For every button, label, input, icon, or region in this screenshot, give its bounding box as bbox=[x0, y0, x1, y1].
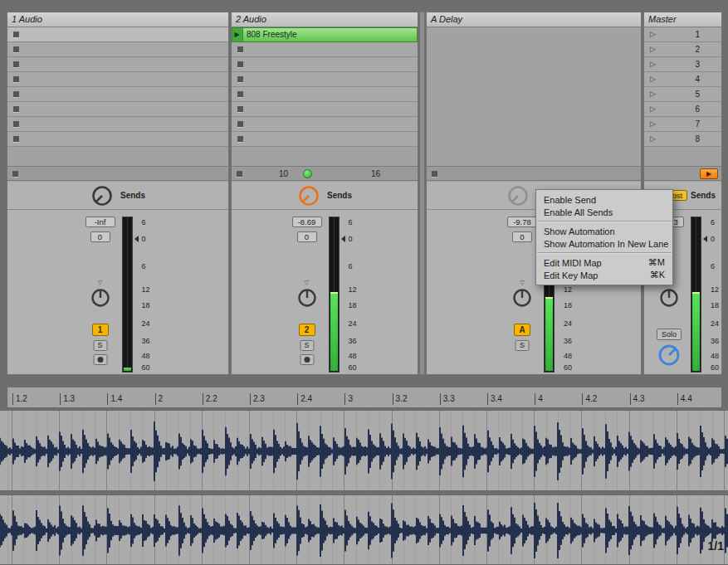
clip-stop-button[interactable] bbox=[13, 32, 19, 37]
clip-stop-button[interactable] bbox=[13, 91, 19, 97]
scene-launch-icon[interactable]: ▷ bbox=[650, 119, 656, 128]
menu-item-edit-midi-map[interactable]: Edit MIDI Map⌘M bbox=[536, 256, 672, 269]
track-1-header[interactable]: 1 Audio bbox=[7, 12, 228, 27]
scene-launch-icon[interactable]: ▷ bbox=[650, 105, 656, 113]
solo-button[interactable]: S bbox=[93, 340, 107, 351]
pan-knob[interactable] bbox=[90, 287, 111, 309]
timeline-label: 3.4 bbox=[487, 393, 502, 405]
timeline-label: 4 bbox=[535, 393, 543, 405]
pan-knob[interactable] bbox=[511, 287, 533, 309]
beat-time-ruler[interactable]: 1.21.31.422.22.32.433.23.33.444.24.34.4 bbox=[7, 387, 722, 408]
pan-field[interactable]: 0 bbox=[512, 231, 532, 242]
volume-field[interactable]: -8.69 bbox=[292, 217, 322, 227]
clip-slot[interactable] bbox=[7, 132, 228, 147]
clip-slot[interactable] bbox=[7, 102, 228, 117]
scene-row[interactable]: ▷3 bbox=[644, 57, 721, 72]
sends-label: Sends bbox=[327, 191, 352, 200]
send-a-knob-disabled[interactable] bbox=[506, 184, 530, 207]
track-2-header[interactable]: 2 Audio bbox=[232, 12, 418, 27]
clip-stop-button[interactable] bbox=[13, 61, 19, 67]
master-solo-cue-button[interactable]: Solo bbox=[657, 329, 682, 340]
preview-cue-volume-knob[interactable] bbox=[657, 343, 682, 368]
clip-stop-button[interactable] bbox=[13, 136, 19, 142]
clip-slot[interactable] bbox=[7, 87, 228, 102]
clip-slot[interactable] bbox=[7, 57, 228, 72]
clip-slot[interactable] bbox=[232, 132, 418, 147]
track-activator-button[interactable]: 1 bbox=[92, 324, 109, 336]
db-scale-label: 48 bbox=[564, 352, 572, 360]
menu-item-edit-key-map[interactable]: Edit Key Map⌘K bbox=[536, 269, 672, 281]
clip-stop-button[interactable] bbox=[237, 136, 243, 142]
back-to-arrangement-button[interactable]: ▶ bbox=[700, 168, 718, 179]
clip-stop-button[interactable] bbox=[13, 76, 19, 82]
clip-stop-button[interactable] bbox=[13, 121, 19, 127]
scene-launch-icon[interactable]: ▷ bbox=[650, 134, 656, 143]
scene-row[interactable]: ▷6 bbox=[644, 102, 721, 117]
pan-knob[interactable] bbox=[658, 287, 680, 309]
clip-slot[interactable] bbox=[7, 27, 228, 42]
waveform bbox=[0, 495, 728, 565]
menu-item-enable-all-sends[interactable]: Enable All Sends bbox=[536, 206, 672, 218]
volume-field[interactable]: -9.78 bbox=[507, 217, 537, 227]
return-track-header[interactable]: A Delay bbox=[427, 12, 641, 27]
pan-field[interactable]: 0 bbox=[90, 231, 110, 242]
meter-scale: 606121824364860 bbox=[343, 217, 361, 373]
clip-stop-button[interactable] bbox=[13, 106, 19, 112]
scene-launch-icon[interactable]: ▷ bbox=[650, 60, 656, 68]
send-a-knob-active[interactable] bbox=[297, 184, 320, 207]
pan-knob[interactable] bbox=[296, 287, 318, 309]
volume-field[interactable]: -Inf bbox=[86, 217, 115, 227]
arrangement-audio-lane-1[interactable] bbox=[0, 410, 728, 491]
clip-launch-icon[interactable]: ▶ bbox=[232, 27, 243, 41]
clip-slot[interactable] bbox=[232, 72, 418, 87]
clip-slot[interactable] bbox=[7, 72, 228, 87]
scene-row[interactable]: ▷2 bbox=[644, 42, 721, 57]
clip-slot[interactable] bbox=[232, 42, 418, 57]
clip-slot[interactable] bbox=[232, 102, 418, 117]
track-2-clip-slots: ▶808 Freestyle bbox=[232, 27, 418, 147]
scene-launch-icon[interactable]: ▷ bbox=[650, 75, 656, 83]
clip-stop-button[interactable] bbox=[237, 61, 243, 67]
clip-stop-button[interactable] bbox=[237, 121, 243, 127]
track-activator-button[interactable]: 2 bbox=[299, 324, 315, 336]
menu-item-enable-send[interactable]: Enable Send bbox=[536, 193, 672, 206]
track-stop-button[interactable] bbox=[12, 171, 18, 177]
clip-slot[interactable]: ▶808 Freestyle bbox=[232, 27, 418, 42]
clip-stop-button[interactable] bbox=[237, 46, 243, 52]
waveform bbox=[0, 411, 728, 492]
scene-launch-icon[interactable]: ▷ bbox=[650, 90, 656, 98]
arrangement-audio-lane-2[interactable] bbox=[0, 494, 728, 565]
scene-row[interactable]: ▷8 bbox=[644, 132, 721, 147]
scene-row[interactable]: ▷1 bbox=[644, 27, 721, 42]
db-scale-label: 36 bbox=[349, 337, 357, 345]
track-activator-button[interactable]: A bbox=[514, 324, 530, 336]
scene-row[interactable]: ▷5 bbox=[644, 87, 721, 102]
clip-stop-button[interactable] bbox=[237, 91, 243, 97]
master-track-header[interactable]: Master bbox=[644, 12, 721, 27]
scene-launch-icon[interactable]: ▷ bbox=[650, 30, 656, 38]
arm-button[interactable] bbox=[93, 354, 107, 365]
clip-slot[interactable] bbox=[232, 57, 418, 72]
clip-slot[interactable] bbox=[7, 42, 228, 57]
scene-row[interactable]: ▷7 bbox=[644, 117, 721, 132]
send-a-knob[interactable] bbox=[90, 184, 114, 207]
track-stop-button[interactable] bbox=[237, 171, 242, 177]
clip-stop-button[interactable] bbox=[13, 46, 19, 52]
db-scale-label: 48 bbox=[711, 352, 719, 360]
menu-item-show-automation-in-new-lane[interactable]: Show Automation In New Lane bbox=[536, 237, 672, 250]
menu-item-show-automation[interactable]: Show Automation bbox=[536, 225, 672, 237]
solo-button[interactable]: S bbox=[300, 340, 314, 351]
arm-button[interactable] bbox=[300, 354, 314, 365]
clip-stop-button[interactable] bbox=[237, 106, 243, 112]
scene-row[interactable]: ▷4 bbox=[644, 72, 721, 87]
clip-stop-button[interactable] bbox=[237, 76, 243, 82]
db-scale-label: 12 bbox=[711, 285, 719, 294]
scene-number: 6 bbox=[695, 105, 700, 114]
solo-button[interactable]: S bbox=[515, 340, 530, 351]
pan-field[interactable]: 0 bbox=[297, 231, 317, 242]
track-stop-button[interactable] bbox=[432, 171, 437, 177]
clip-slot[interactable] bbox=[232, 87, 418, 102]
clip-slot[interactable] bbox=[7, 117, 228, 132]
clip-slot[interactable] bbox=[232, 117, 418, 132]
scene-launch-icon[interactable]: ▷ bbox=[650, 45, 656, 53]
